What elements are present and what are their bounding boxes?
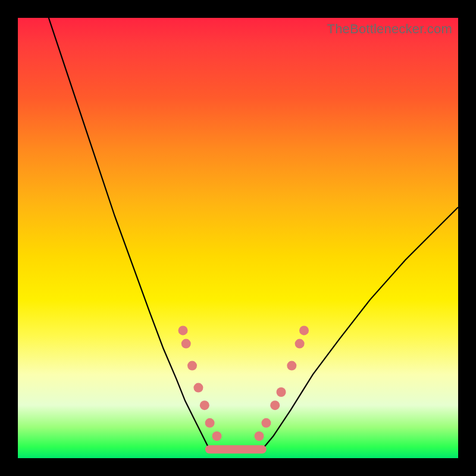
bead [255, 431, 264, 441]
bead [261, 418, 271, 428]
bead [178, 325, 188, 335]
bead [299, 325, 309, 335]
curve-left [49, 18, 209, 449]
chart-plot-area: TheBottlenecker.com [18, 18, 458, 458]
bead [193, 383, 203, 393]
bead [277, 387, 286, 397]
curve-right [262, 207, 458, 449]
bead [212, 431, 222, 441]
bottleneck-curve [49, 18, 458, 449]
bead [181, 339, 191, 349]
chart-overlay [18, 18, 458, 458]
bead [270, 400, 280, 410]
bead [295, 339, 305, 349]
beads-left [178, 325, 222, 441]
chart-frame: TheBottlenecker.com [0, 0, 476, 476]
bead [200, 400, 209, 410]
bead [287, 361, 296, 371]
bead [205, 418, 215, 428]
bead [187, 361, 197, 371]
